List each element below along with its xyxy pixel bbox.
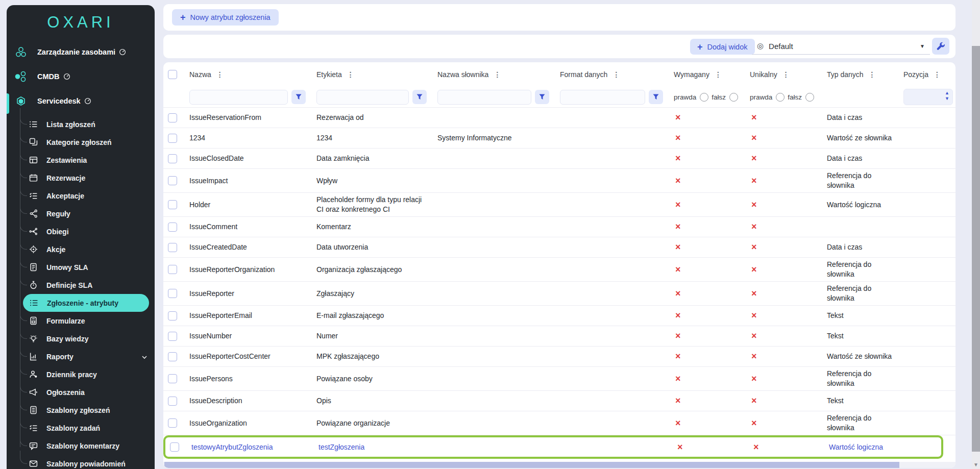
sidebar-item-obiegi[interactable]: Obiegi	[7, 223, 155, 240]
sidebar-item-akceptacje[interactable]: Akceptacje	[7, 187, 155, 205]
attributes-table-card: Nazwa⋮ Etykieta⋮ Nazwa słownika⋮ Format …	[163, 62, 955, 468]
row-checkbox[interactable]	[168, 134, 177, 143]
sidebar-item-dziennik-pracy[interactable]: Dziennik pracy	[7, 365, 155, 383]
sidebar-item-reguly[interactable]: Reguły	[7, 205, 155, 223]
cell-etykieta: Data zamknięcia	[312, 152, 433, 165]
sidebar-item-ogloszenia[interactable]: Ogłoszenia	[7, 383, 155, 401]
table-row[interactable]: IssueReservationFrom Rezerwacja od × × D…	[163, 108, 955, 128]
table-row[interactable]: IssueReporterEmail E-mail zgłaszającego …	[163, 306, 955, 326]
row-checkbox[interactable]	[168, 352, 177, 361]
table-row[interactable]: Holder Placeholder formy dla typu relacj…	[163, 193, 955, 217]
row-checkbox[interactable]	[168, 397, 177, 406]
table-row[interactable]: IssueClosedDate Data zamknięcia × × Data…	[163, 149, 955, 169]
spinner-down-icon[interactable]: ▼	[945, 96, 949, 101]
column-menu-icon[interactable]: ⋮	[612, 70, 620, 79]
filter-button[interactable]	[412, 90, 427, 104]
table-row[interactable]: IssuePersons Powiązane osoby × × Referen…	[163, 367, 955, 391]
filter-input-nazwa[interactable]	[189, 90, 288, 105]
table-row[interactable]: IssueReporterCostCenter MPK zgłaszająceg…	[163, 347, 955, 367]
cell-format-danych	[555, 291, 669, 295]
row-checkbox[interactable]	[168, 332, 177, 341]
row-checkbox[interactable]	[168, 311, 177, 320]
table-row[interactable]: IssueNumber Numer × × Tekst	[163, 326, 955, 347]
new-attribute-button[interactable]: + Nowy atrybut zgłoszenia	[172, 9, 279, 26]
row-checkbox[interactable]	[168, 176, 177, 185]
filter-input-pozycja[interactable]	[906, 90, 942, 105]
table-row[interactable]: IssueOrganization Powiązane organizacje …	[163, 411, 955, 435]
sidebar-item-szablony-komentarzy[interactable]: Szablony komentarzy	[7, 437, 155, 455]
row-checkbox[interactable]	[168, 289, 177, 298]
radio-unikalny-falsz[interactable]	[805, 93, 814, 102]
scroll-down-arrow-icon[interactable]: ▼	[972, 462, 980, 467]
column-menu-icon[interactable]: ⋮	[782, 70, 790, 79]
cell-etykieta: Komentarz	[312, 220, 433, 234]
row-checkbox[interactable]	[168, 374, 177, 383]
column-header-format-danych: Format danych	[560, 70, 607, 79]
column-menu-icon[interactable]: ⋮	[869, 70, 876, 79]
row-checkbox[interactable]	[170, 442, 179, 452]
sidebar-item-bazy-wiedzy[interactable]: Bazy wiedzy	[7, 330, 155, 348]
column-menu-icon[interactable]: ⋮	[715, 70, 722, 79]
column-header-unikalny: Unikalny	[750, 70, 777, 79]
wymagany-false-icon: ×	[671, 442, 747, 453]
row-checkbox[interactable]	[168, 418, 177, 428]
cell-pozycja	[899, 334, 955, 338]
sidebar-item-umowy-sla[interactable]: Umowy SLA	[7, 258, 155, 276]
radio-unikalny-prawda[interactable]	[776, 93, 785, 102]
table-row[interactable]: IssueImpact Wpływ × × Referencja do słow…	[163, 169, 955, 193]
sidebar-item-lista-zgloszen[interactable]: Lista zgłoszeń	[7, 115, 155, 133]
table-row[interactable]: IssueDescription Opis × × Tekst	[163, 391, 955, 411]
column-menu-icon[interactable]: ⋮	[934, 70, 941, 79]
filter-input-format-danych[interactable]	[560, 90, 645, 105]
column-menu-icon[interactable]: ⋮	[494, 70, 501, 79]
settings-wrench-button[interactable]	[932, 38, 949, 55]
radio-wymagany-prawda[interactable]	[700, 93, 708, 102]
sidebar-item-definicje-sla[interactable]: Definicje SLA	[7, 276, 155, 294]
chevron-down-icon[interactable]	[141, 354, 148, 360]
row-checkbox[interactable]	[168, 265, 177, 274]
row-checkbox[interactable]	[168, 223, 177, 232]
spinner-up-icon[interactable]: ▲	[945, 91, 949, 95]
select-all-checkbox[interactable]	[168, 70, 177, 79]
row-checkbox[interactable]	[168, 154, 177, 163]
add-view-button[interactable]: + Dodaj widok	[690, 39, 755, 55]
row-checkbox[interactable]	[168, 113, 177, 122]
table-row[interactable]: testowyAtrybutZgloszenia testZgłoszenia …	[163, 435, 943, 459]
table-row[interactable]: IssueCreatedDate Data utworzenia × × Dat…	[163, 237, 955, 258]
table-row[interactable]: 1234 1234 Systemy Informatyczne × × Wart…	[163, 128, 955, 149]
sidebar-item-rezerwacje[interactable]: Rezerwacje	[7, 169, 155, 187]
column-menu-icon[interactable]: ⋮	[347, 70, 354, 79]
filter-button[interactable]	[535, 90, 549, 104]
sidebar-item-raporty[interactable]: Raporty	[7, 348, 155, 365]
horizontal-scrollbar-thumb[interactable]	[164, 462, 899, 468]
table-row[interactable]: IssueReporter Zgłaszający × × Referencja…	[163, 282, 955, 306]
sidebar-item-zgloszenie-atrybuty[interactable]: Zgłoszenie - atrybuty	[23, 294, 149, 312]
radio-wymagany-falsz[interactable]	[729, 93, 738, 102]
sidebar-item-zestawienia[interactable]: Zestawienia	[7, 151, 155, 169]
assets-icon	[14, 45, 28, 59]
sidebar-item-akcje[interactable]: Akcje	[7, 240, 155, 258]
vertical-scrollbar-thumb[interactable]	[972, 46, 980, 452]
table-row[interactable]: IssueReporterOrganization Organizacja zg…	[163, 258, 955, 282]
row-checkbox[interactable]	[168, 243, 177, 252]
cell-etykieta: Placeholder formy dla typu relacji CI or…	[312, 193, 433, 216]
table-row[interactable]: IssueComment Komentarz × ×	[163, 217, 955, 237]
cell-nazwa: IssueNumber	[185, 329, 312, 343]
sidebar-item-szablony-zadan[interactable]: Szablony zadań	[7, 419, 155, 437]
app-logo: OXARI	[7, 13, 155, 32]
sidebar-item-servicedesk[interactable]: Servicedesk	[7, 89, 155, 113]
filter-input-etykieta[interactable]	[316, 90, 409, 105]
sidebar-item-kategorie-zgloszen[interactable]: Kategorie zgłoszeń	[7, 133, 155, 151]
rules-icon	[29, 209, 38, 218]
sidebar-item-cmdb[interactable]: CMDB	[7, 64, 155, 89]
filter-input-nazwa-slownika[interactable]	[437, 90, 531, 105]
row-checkbox[interactable]	[168, 200, 177, 209]
filter-button[interactable]	[649, 90, 663, 104]
sidebar-item-szablony-powiadomien[interactable]: Szablony powiadomień	[7, 455, 155, 469]
column-menu-icon[interactable]: ⋮	[216, 70, 224, 79]
sidebar-item-zarzadzanie-zasobami[interactable]: Zarządzanie zasobami	[7, 40, 155, 64]
sidebar-item-formularze[interactable]: Formularze	[7, 312, 155, 330]
view-selector[interactable]: ◎ Default ▼	[752, 38, 930, 55]
sidebar-item-szablony-zgloszen[interactable]: Szablony zgłoszeń	[7, 401, 155, 419]
filter-button[interactable]	[291, 90, 306, 104]
